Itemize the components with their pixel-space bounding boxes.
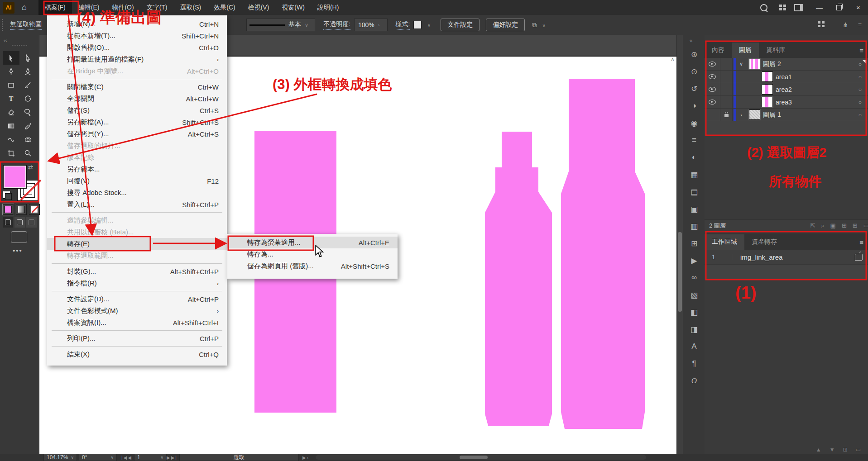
opacity-input[interactable]: 100% › xyxy=(354,19,387,31)
appearance-panel-icon[interactable]: ▤ xyxy=(683,183,705,200)
status-options-icon[interactable]: ▶ xyxy=(302,455,307,460)
layer-thumbnail[interactable] xyxy=(762,71,773,82)
eyedropper-tool[interactable] xyxy=(19,119,36,133)
image-trace-panel-icon[interactable]: ◧ xyxy=(683,304,705,321)
color-button[interactable] xyxy=(3,204,14,215)
panel-menu-icon[interactable]: ≡ xyxy=(855,43,868,58)
draw-inside-mode[interactable] xyxy=(26,217,37,228)
opentype-panel-icon[interactable]: O xyxy=(683,372,705,390)
visibility-toggle[interactable] xyxy=(705,96,720,108)
shape-builder-tool[interactable] xyxy=(19,133,36,146)
links-panel-icon[interactable]: ∞ xyxy=(683,269,705,286)
gradient-tool[interactable] xyxy=(3,119,19,133)
magic-wand-tool[interactable] xyxy=(19,105,36,119)
expand-panels-icon[interactable]: « xyxy=(690,38,692,43)
layer-thumbnail[interactable] xyxy=(749,109,760,120)
move-up-icon[interactable]: ▲ xyxy=(816,447,821,453)
close-button[interactable]: × xyxy=(849,0,868,15)
stroke-style-dropdown[interactable]: 基本 ∨ xyxy=(246,19,315,31)
style-swatch[interactable] xyxy=(413,21,422,29)
target-circle-icon[interactable]: ○ xyxy=(858,112,862,118)
menu-item-close[interactable]: 關閉檔案(C)Ctrl+W xyxy=(47,81,227,93)
fill-color-swatch[interactable] xyxy=(4,166,26,188)
libraries-panel-icon[interactable]: ◨ xyxy=(683,321,705,338)
layer-row[interactable]: area1 ○ xyxy=(705,71,868,83)
rectangle-tool[interactable] xyxy=(3,78,19,92)
chevron-down-icon[interactable]: ∨ xyxy=(736,61,746,67)
menu-item-document-setup[interactable]: 文件設定(D)...Alt+Ctrl+P xyxy=(47,293,227,305)
locate-object-icon[interactable]: ⌕ xyxy=(821,222,824,229)
control-bar-handle[interactable] xyxy=(2,19,5,31)
menu-item-document-color-mode[interactable]: 文件色彩模式(M)› xyxy=(47,305,227,317)
first-artboard-icon[interactable]: |◀ xyxy=(121,455,128,460)
layer-row[interactable]: area2 ○ xyxy=(705,83,868,96)
paintbrush-tool[interactable] xyxy=(19,78,36,92)
selection-tool[interactable] xyxy=(3,51,19,65)
eraser-tool[interactable] xyxy=(3,105,19,119)
new-layer-icon[interactable]: ⊞ xyxy=(853,222,858,229)
menu-item-open[interactable]: 開啟舊檔(O)...Ctrl+O xyxy=(47,42,227,53)
edit-toolbar-icon[interactable]: ••• xyxy=(13,247,23,254)
target-circle-icon[interactable]: ○ xyxy=(858,99,862,105)
menu-object[interactable]: 物件(O) xyxy=(106,0,140,15)
chevron-down-icon[interactable]: ∨ xyxy=(427,22,431,28)
none-button[interactable] xyxy=(29,204,40,215)
draw-normal-mode[interactable] xyxy=(3,217,13,228)
target-circle-icon[interactable]: ○ xyxy=(858,74,862,80)
prev-artboard-icon[interactable]: ◀ xyxy=(128,455,132,460)
move-down-icon[interactable]: ▼ xyxy=(830,447,835,453)
menu-item-search-adobe-stock[interactable]: 搜尋 Adobe Stock... xyxy=(47,187,227,199)
menu-item-save-as[interactable]: 另存新檔(A)...Shift+Ctrl+S xyxy=(47,116,227,128)
layer-name[interactable]: 圖層 1 xyxy=(763,111,781,119)
lock-toggle[interactable] xyxy=(720,83,733,95)
flow-options-icon[interactable]: ⋔ xyxy=(843,21,848,29)
layer-name[interactable]: area3 xyxy=(776,99,792,106)
layer-row[interactable]: area3 ○ xyxy=(705,96,868,109)
character-panel-icon[interactable]: A xyxy=(683,338,705,355)
chevron-up-icon[interactable]: ∧ xyxy=(671,56,675,62)
default-fill-stroke-icon[interactable] xyxy=(3,191,10,199)
width-tool[interactable] xyxy=(3,133,19,146)
curvature-tool[interactable] xyxy=(19,65,36,78)
menu-item-save-a-copy[interactable]: 儲存拷貝(Y)...Alt+Ctrl+S xyxy=(47,128,227,140)
horizontal-scrollbar[interactable] xyxy=(316,455,646,460)
tab-artboards[interactable]: 工作區域 xyxy=(705,234,744,250)
rotation-dropdown[interactable]: 0°∨ xyxy=(79,454,117,461)
target-circle-icon[interactable]: ○ xyxy=(858,61,862,67)
delete-artboard-icon[interactable]: ▭ xyxy=(856,447,861,453)
layer-thumbnail[interactable] xyxy=(762,84,773,95)
menu-item-place[interactable]: 置入(L)...Shift+Ctrl+P xyxy=(47,199,227,210)
info-panel-icon[interactable]: ⊙ xyxy=(683,63,705,80)
layer-row[interactable]: › 圖層 1 ○ xyxy=(705,109,868,121)
zoom-tool[interactable] xyxy=(19,146,36,160)
panel-launcher-icon[interactable]: › xyxy=(378,22,380,28)
menu-type[interactable]: 文字(T) xyxy=(140,0,174,15)
align-options-icon[interactable]: ⧉ ∨ xyxy=(532,21,549,29)
menu-item-file-info[interactable]: 檔案資訊(I)...Alt+Shift+Ctrl+I xyxy=(47,317,227,328)
panel-menu-icon[interactable]: ≡ xyxy=(855,235,868,250)
stroke-panel-icon[interactable]: ≡ xyxy=(683,132,705,149)
grid-options-icon[interactable] xyxy=(818,21,825,27)
menu-item-scripts[interactable]: 指令檔(R)› xyxy=(47,277,227,289)
layer-thumbnail[interactable] xyxy=(749,59,760,69)
menu-item-save[interactable]: 儲存(S)Ctrl+S xyxy=(47,105,227,116)
artboard-nav-dropdown[interactable]: 1∨ xyxy=(134,454,167,461)
symbols-panel-icon[interactable]: ▥ xyxy=(683,218,705,235)
paragraph-panel-icon[interactable]: ¶ xyxy=(683,355,705,372)
draw-behind-mode[interactable] xyxy=(14,217,25,228)
preferences-button[interactable]: 偏好設定 xyxy=(486,19,525,31)
artboard-options-icon[interactable] xyxy=(855,254,863,261)
scroll-left-icon[interactable]: ‹ xyxy=(307,455,309,460)
vertical-scrollbar[interactable]: ∧ xyxy=(676,35,683,454)
opacity-label[interactable]: 不透明度: xyxy=(323,20,350,30)
menu-item-exit[interactable]: 結束(X)Ctrl+Q xyxy=(47,348,227,360)
menu-effect[interactable]: 效果(C) xyxy=(207,0,241,15)
minimize-button[interactable]: — xyxy=(810,0,829,15)
artboard-row[interactable]: 1 img_link_area xyxy=(705,250,868,265)
restore-button[interactable] xyxy=(829,0,849,15)
layer-row[interactable]: ∨ 圖層 2 ○ xyxy=(705,58,868,71)
lock-toggle[interactable] xyxy=(720,96,733,108)
tab-libraries[interactable]: 資料庫 xyxy=(759,43,792,58)
asset-export-panel-icon[interactable]: ▧ xyxy=(683,286,705,304)
menu-item-close-all[interactable]: 全部關閉Alt+Ctrl+W xyxy=(47,93,227,105)
